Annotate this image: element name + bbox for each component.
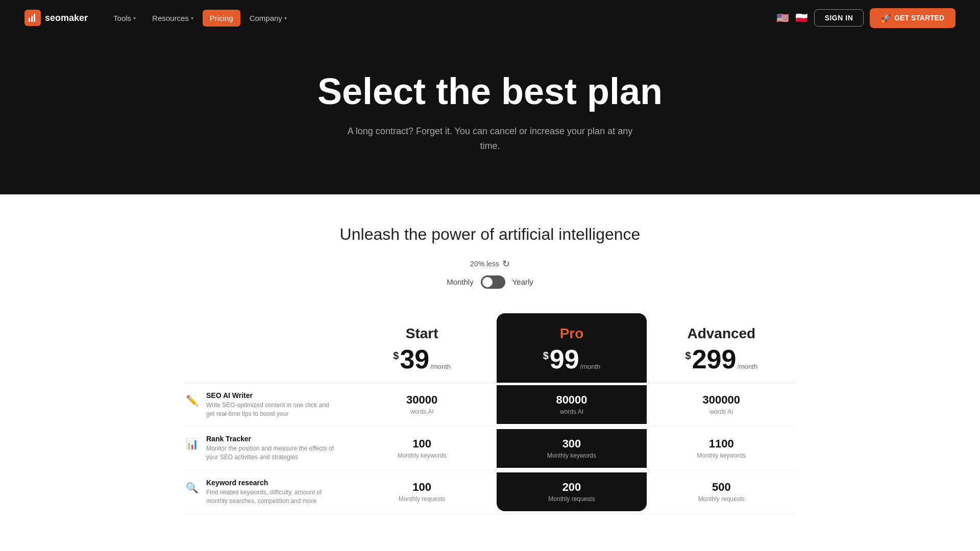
plan-price-advanced: $ 299 /month	[657, 346, 786, 372]
plan-price-pro: $ 99 /month	[507, 346, 636, 372]
feature-title-keyword-research: Keyword research	[206, 479, 337, 487]
navbar: seomaker Tools ▾ Resources ▾ Pricing Com…	[0, 0, 980, 36]
plan-amount-advanced: 299	[692, 346, 737, 372]
plan-period-start: /month	[430, 363, 451, 370]
feature-icon-rank-tracker: 📊	[184, 436, 200, 452]
billing-monthly-label: Monthly	[447, 278, 474, 286]
plan-period-pro: /month	[580, 363, 601, 370]
toggle-row: Monthly Yearly	[447, 276, 533, 289]
billing-discount: 20% less ↻	[470, 258, 510, 269]
feature-number: 100	[355, 437, 488, 450]
feature-number: 300000	[655, 393, 788, 407]
feature-number: 500	[655, 481, 788, 494]
nav-item-tools[interactable]: Tools ▾	[106, 10, 143, 27]
pricing-subtitle: Unleash the power of artificial intellig…	[24, 225, 955, 244]
feature-value-plan-1-seo-ai-writer: 80000 words AI	[497, 385, 646, 424]
feature-value-plan-1-keyword-research: 200 Monthly requests	[497, 472, 646, 511]
feature-sub: Monthly requests	[548, 495, 595, 503]
plans-container: Start $ 39 /month Pro $ 99 /month Advanc…	[184, 313, 796, 514]
svg-rect-2	[34, 14, 35, 22]
hero-subtitle: A long contract? Forget it. You can canc…	[347, 124, 633, 154]
feature-desc-keyword-research: Find related keywords, difficulty, amoun…	[206, 488, 337, 506]
nav-right: 🇺🇸 🇵🇱 SIGN IN 🚀 GET STARTED	[776, 8, 955, 28]
nav-item-pricing[interactable]: Pricing	[203, 10, 240, 27]
nav-left: seomaker Tools ▾ Resources ▾ Pricing Com…	[24, 10, 294, 27]
chevron-down-icon: ▾	[133, 15, 136, 21]
svg-rect-1	[31, 16, 33, 22]
plan-amount-pro: 99	[550, 346, 579, 372]
logo-text: seomaker	[45, 13, 88, 23]
svg-rect-0	[29, 18, 30, 22]
nav-menu: Tools ▾ Resources ▾ Pricing Company ▾	[106, 10, 294, 27]
plan-name-start: Start	[357, 325, 486, 342]
feature-value-plan-2-seo-ai-writer: 300000 words AI	[647, 385, 796, 424]
sign-in-button[interactable]: SIGN IN	[814, 9, 864, 27]
logo-icon	[24, 10, 41, 26]
feature-desc-rank-tracker: Monitor the position and measure the eff…	[206, 444, 337, 462]
feature-sub: words AI	[709, 408, 733, 415]
get-started-button[interactable]: 🚀 GET STARTED	[870, 8, 955, 28]
feature-value-plan-1-rank-tracker: 300 Monthly keywords	[497, 429, 646, 468]
billing-toggle-switch[interactable]	[481, 276, 505, 289]
feature-sub: Monthly keywords	[547, 452, 596, 459]
feature-row: 📊 Rank Tracker Monitor the position and …	[184, 427, 796, 470]
chevron-down-icon: ▾	[191, 15, 193, 21]
plan-currency-pro: $	[543, 350, 549, 362]
feature-info-rank-tracker: 📊 Rank Tracker Monitor the position and …	[184, 427, 347, 470]
feature-sub: Monthly requests	[399, 495, 445, 503]
feature-icon-keyword-research: 🔍	[184, 480, 200, 496]
pricing-section: Unleash the power of artificial intellig…	[0, 194, 980, 535]
plans-header: Start $ 39 /month Pro $ 99 /month Advanc…	[184, 313, 796, 383]
plan-name-advanced: Advanced	[657, 325, 786, 342]
logo-svg	[28, 13, 38, 23]
nav-item-company[interactable]: Company ▾	[242, 10, 294, 27]
plan-col-start: Start $ 39 /month	[347, 313, 497, 383]
feature-number: 100	[355, 481, 488, 494]
feature-number: 1100	[655, 437, 788, 450]
feature-value-plan-0-keyword-research: 100 Monthly requests	[347, 472, 497, 511]
feature-sub: Monthly keywords	[398, 452, 447, 459]
billing-yearly-label: Yearly	[512, 278, 533, 286]
feature-sub: Monthly keywords	[697, 452, 746, 459]
hero-title: Select the best plan	[24, 71, 955, 112]
feature-title-seo-ai-writer: SEO AI Writer	[206, 391, 337, 399]
feature-number: 30000	[355, 393, 488, 407]
feature-value-plan-2-keyword-research: 500 Monthly requests	[647, 472, 796, 511]
feature-value-plan-0-seo-ai-writer: 30000 words AI	[347, 385, 497, 424]
rocket-icon: 🚀	[881, 13, 891, 23]
refresh-icon: ↻	[502, 258, 510, 269]
feature-number: 300	[505, 437, 638, 450]
feature-sub: Monthly requests	[698, 495, 745, 503]
plan-price-start: $ 39 /month	[357, 346, 486, 372]
feature-info-keyword-research: 🔍 Keyword research Find related keywords…	[184, 470, 347, 514]
feature-row: ✏️ SEO AI Writer Write SEO-optimized con…	[184, 383, 796, 427]
feature-sub: words AI	[410, 408, 434, 415]
feature-number: 200	[505, 481, 638, 494]
billing-toggle: 20% less ↻ Monthly Yearly	[24, 258, 955, 289]
plan-col-advanced: Advanced $ 299 /month	[647, 313, 796, 383]
chevron-down-icon: ▾	[284, 15, 287, 21]
plan-currency-advanced: $	[685, 350, 691, 362]
feature-sub: words AI	[560, 408, 583, 415]
flag-pl[interactable]: 🇵🇱	[795, 12, 808, 24]
features-table: ✏️ SEO AI Writer Write SEO-optimized con…	[184, 383, 796, 514]
feature-desc-seo-ai-writer: Write SEO-optimized content in one click…	[206, 401, 337, 418]
logo[interactable]: seomaker	[24, 10, 88, 26]
feature-title-rank-tracker: Rank Tracker	[206, 435, 337, 443]
nav-item-resources[interactable]: Resources ▾	[145, 10, 201, 27]
plan-period-advanced: /month	[737, 363, 757, 370]
plan-currency-start: $	[393, 350, 399, 362]
flag-us[interactable]: 🇺🇸	[776, 12, 789, 24]
feature-text-seo-ai-writer: SEO AI Writer Write SEO-optimized conten…	[206, 391, 337, 418]
feature-number: 80000	[505, 393, 638, 407]
feature-value-plan-2-rank-tracker: 1100 Monthly keywords	[647, 429, 796, 468]
plan-amount-start: 39	[400, 346, 429, 372]
feature-text-keyword-research: Keyword research Find related keywords, …	[206, 479, 337, 506]
feature-icon-seo-ai-writer: ✏️	[184, 392, 200, 409]
feature-row: 🔍 Keyword research Find related keywords…	[184, 470, 796, 514]
plan-name-pro: Pro	[507, 325, 636, 342]
feature-text-rank-tracker: Rank Tracker Monitor the position and me…	[206, 435, 337, 462]
plan-col-pro: Pro $ 99 /month	[497, 313, 646, 383]
feature-info-seo-ai-writer: ✏️ SEO AI Writer Write SEO-optimized con…	[184, 383, 347, 427]
feature-value-plan-0-rank-tracker: 100 Monthly keywords	[347, 429, 497, 468]
